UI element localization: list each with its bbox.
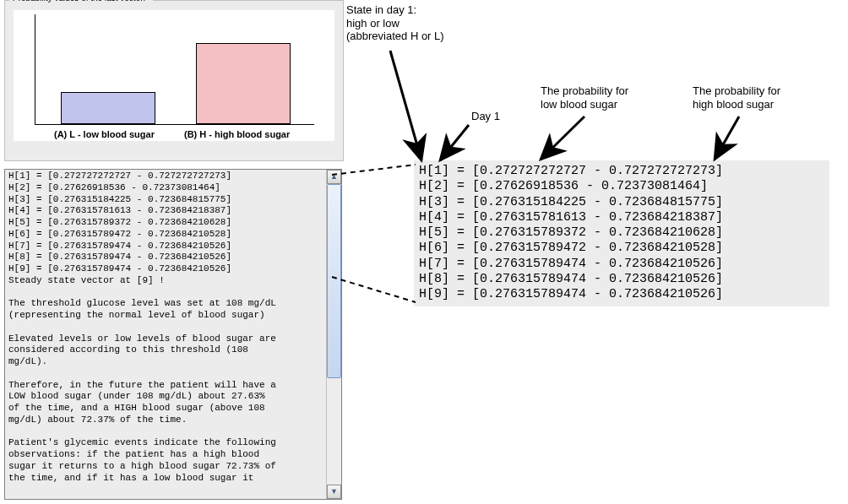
callout-state: State in day 1: high or low (abbreviated… [346, 3, 444, 43]
chart-area: (A) L - low blood sugar (B) H - high blo… [14, 10, 334, 141]
chart-title: Probability values of the last vector: [10, 0, 148, 3]
bar-chart [35, 14, 314, 125]
canvas: Probability values of the last vector: (… [0, 0, 848, 504]
svg-line-2 [390, 51, 421, 160]
scrollbar[interactable]: ▲ ▼ [326, 170, 341, 499]
chart-groupbox: Probability values of the last vector: (… [4, 0, 344, 161]
bar-high [196, 43, 291, 124]
svg-line-0 [332, 165, 416, 175]
callout-prob-low: The probability for low blood sugar [541, 84, 628, 111]
code-zoom: H[1] = [0.272727272727 - 0.727272727273]… [414, 160, 829, 306]
xlabel-low: (A) L - low blood sugar [54, 129, 155, 139]
svg-line-3 [440, 125, 469, 160]
output-text-panel: H[1] = [0.272727272727 - 0.727272727273]… [4, 169, 342, 500]
callout-day1: Day 1 [471, 110, 500, 123]
scroll-up-button[interactable]: ▲ [327, 170, 341, 184]
callout-prob-high: The probability for high blood sugar [693, 84, 780, 111]
svg-line-4 [541, 117, 584, 160]
scroll-thumb[interactable] [327, 184, 341, 378]
bar-low [61, 92, 155, 124]
xlabel-high: (B) H - high blood sugar [184, 129, 290, 139]
svg-line-1 [332, 277, 416, 302]
scroll-down-button[interactable]: ▼ [327, 485, 341, 499]
svg-line-5 [715, 117, 739, 160]
output-text[interactable]: H[1] = [0.272727272727 - 0.727272727273]… [5, 170, 327, 499]
